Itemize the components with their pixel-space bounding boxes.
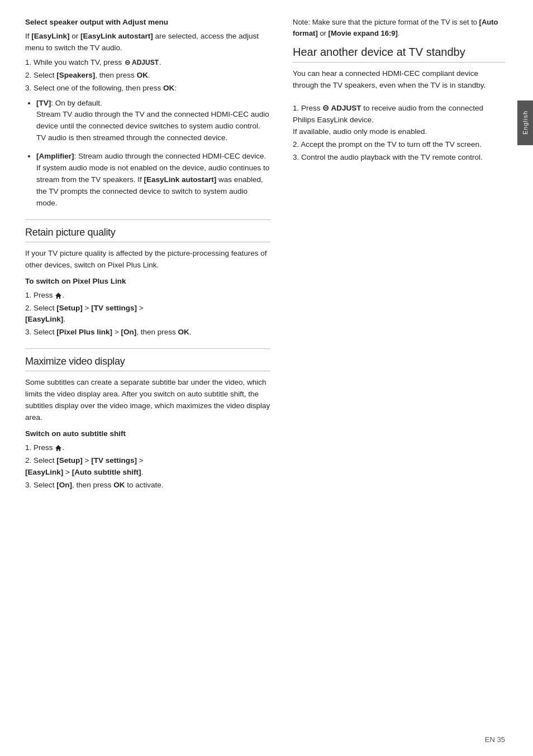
retain-picture-heading: Retain picture quality <box>25 227 270 242</box>
adjust-icon: ⊝ ADJUST <box>125 58 159 68</box>
hear-step-1: 1. Press ⊝ ADJUST to receive audio from … <box>293 103 505 138</box>
subtitle-step-2: 2. Select [Setup] > [TV settings] > [Eas… <box>25 455 270 479</box>
speaker-step-2: 2. Select [Speakers], then press OK. <box>25 70 270 82</box>
section-hear-device: Hear another device at TV standby You ca… <box>293 46 505 163</box>
subtitle-step-1: 1. Press . <box>25 442 270 454</box>
side-language-tab: English <box>517 101 533 145</box>
maximize-video-heading: Maximize video display <box>25 356 270 371</box>
pixel-step-2: 2. Select [Setup] > [TV settings] > [Eas… <box>25 303 270 326</box>
home-icon-1 <box>55 292 62 299</box>
footer-text: EN 35 <box>485 735 505 744</box>
right-column: Note: Make sure that the picture format … <box>287 17 505 739</box>
speaker-bullet-list: [TV]: On by default. Stream TV audio thr… <box>36 98 270 209</box>
pixel-plus-subtitle: To switch on Pixel Plus Link <box>25 276 270 288</box>
hear-device-intro: You can hear a connected HDMI-CEC compli… <box>293 68 505 92</box>
pixel-step-3: 3. Select [Pixel Plus link] > [On], then… <box>25 327 270 338</box>
maximize-video-intro: Some subtitles can create a separate sub… <box>25 377 270 424</box>
hear-step-2: 2. Accept the prompt on the TV to turn o… <box>293 139 505 151</box>
speaker-output-intro: If [EasyLink] or [EasyLink autostart] ar… <box>25 31 270 54</box>
speaker-step-1: 1. While you watch TV, press ⊝ ADJUST . <box>25 57 270 69</box>
note-text: Note: Make sure that the picture format … <box>293 17 505 39</box>
svg-marker-0 <box>55 293 61 299</box>
divider-2 <box>25 348 270 349</box>
speaker-step-3: 3. Select one of the following, then pre… <box>25 83 270 94</box>
auto-subtitle-subtitle: Switch on auto subtitle shift <box>25 428 270 440</box>
page-container: English Select speaker output with Adjus… <box>0 0 533 756</box>
page-footer: EN 35 <box>485 735 505 744</box>
section-retain-picture: Retain picture quality If your TV pictur… <box>25 227 270 338</box>
left-column: Select speaker output with Adjust menu I… <box>25 17 270 739</box>
bullet-tv: [TV]: On by default. Stream TV audio thr… <box>36 98 270 145</box>
retain-picture-intro: If your TV picture quality is affected b… <box>25 248 270 271</box>
hear-device-heading: Hear another device at TV standby <box>293 46 505 63</box>
bullet-amplifier: [Amplifier]: Stream audio through the co… <box>36 151 270 209</box>
subtitle-step-3: 3. Select [On], then press OK to activat… <box>25 480 270 491</box>
home-icon-2 <box>55 444 62 452</box>
speaker-output-title: Select speaker output with Adjust menu <box>25 17 270 28</box>
divider-1 <box>25 219 270 220</box>
svg-marker-1 <box>55 445 61 451</box>
section-speaker-output: Select speaker output with Adjust menu I… <box>25 17 270 209</box>
language-label: English <box>522 111 529 135</box>
section-maximize-video: Maximize video display Some subtitles ca… <box>25 356 270 491</box>
hear-step-3: 3. Control the audio playback with the T… <box>293 152 505 164</box>
main-content: Select speaker output with Adjust menu I… <box>0 0 533 756</box>
pixel-step-1: 1. Press . <box>25 290 270 302</box>
